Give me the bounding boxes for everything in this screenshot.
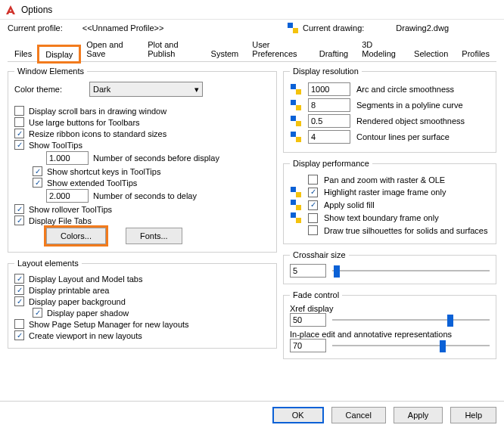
current-profile-label: Current profile:: [8, 23, 63, 33]
cancel-button[interactable]: Cancel: [331, 407, 386, 423]
tab-files[interactable]: Files: [8, 45, 39, 61]
lbl-page-setup-mgr: Show Page Setup Manager for new layouts: [29, 320, 189, 329]
crosshair-size-legend: Crosshair size: [290, 250, 349, 259]
svg-rect-15: [296, 218, 301, 223]
lbl-resize-ribbon: Resize ribbon icons to standard sizes: [29, 129, 166, 138]
crosshair-size-group: Crosshair size: [283, 250, 496, 284]
lbl-scroll-bars: Display scroll bars in drawing window: [29, 107, 166, 116]
tab-user-preferences[interactable]: User Preferences: [245, 36, 312, 61]
lbl-tooltip-seconds: Number of seconds before display: [93, 154, 219, 163]
arc-smoothness-input[interactable]: [308, 82, 350, 96]
chevron-down-icon: ▾: [194, 85, 199, 95]
apply-button[interactable]: Apply: [394, 407, 443, 423]
chk-scroll-bars[interactable]: [14, 106, 24, 116]
tab-plot-and-publish[interactable]: Plot and Publish: [141, 36, 204, 61]
lbl-large-buttons: Use large buttons for Toolbars: [29, 118, 140, 127]
chk-paper-background[interactable]: [14, 296, 24, 306]
current-profile-value: <<Unnamed Profile>>: [82, 23, 164, 33]
lbl-solid-fill: Apply solid fill: [324, 200, 375, 209]
chk-pan-zoom-raster[interactable]: [308, 175, 318, 185]
chk-paper-shadow[interactable]: [33, 308, 42, 318]
chk-shortcut-keys[interactable]: [33, 166, 42, 176]
chk-large-buttons[interactable]: [14, 117, 24, 127]
chk-text-boundary[interactable]: [308, 213, 318, 223]
chk-rollover-tooltips[interactable]: [14, 204, 24, 214]
sysvar-icon: [290, 212, 302, 223]
svg-rect-2: [291, 84, 296, 89]
color-theme-label: Color theme:: [14, 85, 62, 94]
svg-rect-6: [291, 116, 296, 121]
svg-rect-4: [291, 100, 296, 105]
lbl-paper-background: Display paper background: [29, 297, 126, 306]
lbl-extended-seconds: Number of seconds to delay: [93, 191, 197, 200]
chk-solid-fill[interactable]: [308, 200, 318, 210]
tab-drafting[interactable]: Drafting: [313, 45, 356, 61]
layout-elements-group: Layout elements Display Layout and Model…: [8, 259, 277, 349]
dwg-icon: [288, 23, 298, 33]
profile-row: Current profile: <<Unnamed Profile>> Cur…: [0, 20, 504, 35]
sysvar-icon: [290, 132, 302, 142]
inplace-fade-slider[interactable]: [332, 339, 490, 352]
help-button[interactable]: Help: [450, 407, 496, 423]
inplace-fade-input[interactable]: [290, 339, 326, 352]
chk-layout-model-tabs[interactable]: [14, 274, 24, 284]
display-resolution-group: Display resolution Arc and circle smooth…: [283, 67, 496, 153]
contour-lines-input[interactable]: [308, 130, 350, 144]
chk-show-tooltips[interactable]: [14, 140, 24, 150]
lbl-pan-zoom-raster: Pan and zoom with raster & OLE: [324, 175, 445, 185]
tab-open-and-save[interactable]: Open and Save: [79, 36, 141, 61]
xref-fade-input[interactable]: [290, 313, 326, 327]
chk-page-setup-mgr[interactable]: [14, 319, 24, 329]
fade-control-legend: Fade control: [290, 290, 342, 299]
chk-highlight-raster[interactable]: [308, 188, 318, 197]
tab-selection[interactable]: Selection: [407, 45, 455, 61]
color-theme-select[interactable]: Dark ▾: [89, 82, 203, 97]
lbl-true-silhouettes: Draw true silhouettes for solids and sur…: [324, 226, 487, 235]
extended-seconds-input[interactable]: [46, 189, 89, 203]
crosshair-size-input[interactable]: [290, 264, 326, 278]
ok-button[interactable]: OK: [272, 407, 324, 423]
chk-true-silhouettes[interactable]: [308, 225, 318, 235]
svg-rect-10: [291, 187, 296, 192]
lbl-xref-display: Xref display: [290, 304, 490, 313]
lbl-inplace-edit: In-place edit and annotative representat…: [290, 330, 490, 339]
sysvar-icon: [290, 116, 302, 126]
layout-elements-legend: Layout elements: [14, 259, 82, 268]
autocad-icon: [5, 4, 17, 16]
svg-rect-13: [296, 205, 301, 210]
tab-display[interactable]: Display: [39, 46, 79, 62]
tab-profiles[interactable]: Profiles: [455, 45, 496, 61]
current-drawing-label: Current drawing:: [303, 23, 364, 33]
tooltip-seconds-input[interactable]: [46, 151, 89, 165]
fonts-button[interactable]: Fonts...: [126, 228, 182, 244]
tab-3d-modeling[interactable]: 3D Modeling: [355, 36, 407, 61]
sysvar-icon: [290, 200, 302, 210]
lbl-rendered-smoothness: Rendered object smoothness: [356, 116, 465, 126]
lbl-file-tabs: Display File Tabs: [29, 216, 92, 225]
crosshair-size-slider[interactable]: [332, 264, 490, 278]
chk-extended-tooltips[interactable]: [33, 178, 42, 188]
tab-system[interactable]: System: [204, 45, 246, 61]
display-performance-group: Display performance Pan and zoom with ra…: [283, 159, 496, 244]
lbl-text-boundary: Show text boundary frame only: [324, 213, 439, 222]
color-theme-value: Dark: [93, 85, 110, 94]
xref-fade-slider[interactable]: [332, 313, 490, 327]
svg-rect-0: [288, 23, 293, 28]
sysvar-icon: [290, 100, 302, 110]
current-drawing-value: Drawing2.dwg: [396, 23, 449, 33]
lbl-paper-shadow: Display paper shadow: [47, 309, 129, 318]
window-elements-legend: Window Elements: [14, 67, 87, 76]
polyline-segments-input[interactable]: [308, 98, 350, 112]
colors-button[interactable]: Colors...: [46, 228, 106, 244]
svg-rect-9: [296, 137, 301, 142]
chk-create-viewport[interactable]: [14, 330, 24, 340]
dialog-button-bar: OK Cancel Apply Help: [0, 401, 504, 428]
chk-file-tabs[interactable]: [14, 216, 24, 225]
chk-resize-ribbon[interactable]: [14, 129, 24, 138]
lbl-show-tooltips: Show ToolTips: [29, 141, 82, 150]
sysvar-icon: [290, 84, 302, 95]
chk-printable-area[interactable]: [14, 285, 24, 295]
rendered-smoothness-input[interactable]: [308, 114, 350, 128]
svg-rect-7: [296, 121, 301, 126]
lbl-polyline-segments: Segments in a polyline curve: [356, 101, 463, 110]
